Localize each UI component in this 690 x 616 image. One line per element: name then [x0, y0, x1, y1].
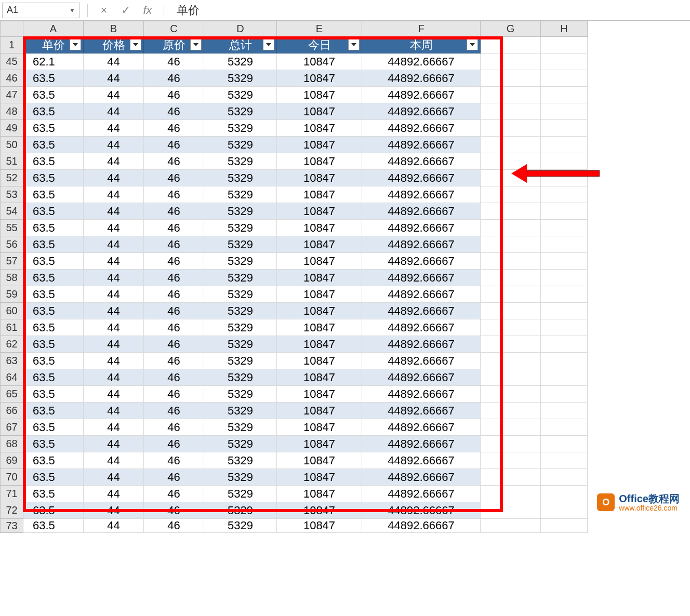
cell[interactable]: 44892.66667 [362, 369, 481, 386]
cell[interactable] [541, 270, 588, 286]
cell[interactable] [541, 87, 588, 103]
cell[interactable]: 63.5 [23, 203, 84, 220]
cell[interactable]: 46 [144, 502, 204, 519]
cell[interactable]: 10847 [277, 303, 362, 319]
cell[interactable]: 10847 [277, 103, 362, 120]
cell[interactable]: 44 [84, 137, 144, 153]
table-header-B[interactable]: 价格 [84, 37, 144, 53]
cell[interactable]: 44 [84, 203, 144, 220]
cell[interactable]: 63.5 [23, 486, 84, 502]
cell[interactable]: 44892.66667 [362, 353, 481, 369]
cell[interactable] [481, 469, 541, 486]
row-header[interactable]: 63 [1, 353, 23, 369]
cell[interactable]: 63.5 [23, 220, 84, 236]
cell[interactable]: 44 [84, 336, 144, 353]
cell[interactable]: 44892.66667 [362, 469, 481, 486]
cell[interactable]: 44 [84, 170, 144, 186]
cell[interactable]: 46 [144, 336, 204, 353]
cell[interactable]: 44 [84, 486, 144, 502]
cell[interactable]: 44 [84, 53, 144, 70]
cell[interactable]: 63.5 [23, 70, 84, 87]
cell[interactable]: 5329 [204, 286, 277, 303]
cell[interactable]: 46 [144, 53, 204, 70]
row-header[interactable]: 50 [1, 137, 23, 153]
cell[interactable]: 5329 [204, 519, 277, 533]
cell[interactable]: 44 [84, 303, 144, 319]
cell[interactable]: 5329 [204, 170, 277, 186]
cell[interactable] [541, 452, 588, 469]
cell[interactable]: 10847 [277, 519, 362, 533]
cell[interactable]: 10847 [277, 270, 362, 286]
cell[interactable]: 46 [144, 486, 204, 502]
cell[interactable]: 46 [144, 137, 204, 153]
cell[interactable]: 44892.66667 [362, 519, 481, 533]
cell[interactable]: 5329 [204, 53, 277, 70]
column-header-C[interactable]: C [144, 21, 204, 37]
cell[interactable]: 44 [84, 87, 144, 103]
row-header[interactable]: 65 [1, 386, 23, 403]
column-header-F[interactable]: F [362, 21, 481, 37]
cell[interactable]: 5329 [204, 486, 277, 502]
cell[interactable]: 10847 [277, 236, 362, 253]
cell[interactable] [481, 353, 541, 369]
cell[interactable]: 44 [84, 319, 144, 336]
cell[interactable]: 63.5 [23, 369, 84, 386]
cell[interactable] [481, 203, 541, 220]
cell[interactable]: 44 [84, 236, 144, 253]
cell[interactable] [541, 502, 588, 519]
column-header-E[interactable]: E [277, 21, 362, 37]
cell[interactable] [541, 203, 588, 220]
cell[interactable] [541, 386, 588, 403]
row-header[interactable]: 51 [1, 153, 23, 170]
cell[interactable]: 44 [84, 253, 144, 270]
cell[interactable]: 10847 [277, 153, 362, 170]
row-header[interactable]: 46 [1, 70, 23, 87]
cell[interactable]: 44 [84, 353, 144, 369]
cell[interactable]: 44 [84, 186, 144, 203]
cell[interactable] [481, 253, 541, 270]
cell[interactable]: 44892.66667 [362, 386, 481, 403]
cell[interactable] [481, 336, 541, 353]
cell[interactable] [481, 303, 541, 319]
cell[interactable] [541, 436, 588, 452]
cell[interactable] [481, 369, 541, 386]
cell[interactable]: 44 [84, 519, 144, 533]
cell[interactable]: 10847 [277, 403, 362, 419]
cell[interactable]: 63.5 [23, 186, 84, 203]
cell[interactable] [481, 286, 541, 303]
cell[interactable]: 44892.66667 [362, 186, 481, 203]
cell[interactable]: 63.5 [23, 336, 84, 353]
cell[interactable] [541, 419, 588, 436]
cell[interactable]: 44892.66667 [362, 502, 481, 519]
table-header-E[interactable]: 今日 [277, 37, 362, 53]
row-header[interactable]: 69 [1, 452, 23, 469]
cell[interactable]: 44 [84, 270, 144, 286]
cell[interactable]: 63.5 [23, 153, 84, 170]
filter-dropdown-icon[interactable] [130, 39, 141, 50]
filter-dropdown-icon[interactable] [348, 39, 360, 50]
row-header[interactable]: 56 [1, 236, 23, 253]
cell[interactable] [541, 103, 588, 120]
cell[interactable] [541, 120, 588, 137]
cell[interactable]: 46 [144, 286, 204, 303]
cell[interactable] [481, 70, 541, 87]
cell[interactable] [541, 336, 588, 353]
cell[interactable] [541, 469, 588, 486]
cell[interactable]: 5329 [204, 403, 277, 419]
cell[interactable] [541, 303, 588, 319]
row-header[interactable]: 57 [1, 253, 23, 270]
cell[interactable]: 5329 [204, 87, 277, 103]
cell[interactable]: 10847 [277, 386, 362, 403]
cell[interactable]: 63.5 [23, 353, 84, 369]
filter-dropdown-icon[interactable] [190, 39, 202, 50]
cell[interactable]: 46 [144, 519, 204, 533]
cell[interactable] [541, 403, 588, 419]
row-header[interactable]: 73 [1, 519, 23, 533]
cell[interactable]: 44892.66667 [362, 103, 481, 120]
cell[interactable]: 5329 [204, 70, 277, 87]
cell[interactable]: 44892.66667 [362, 253, 481, 270]
cell[interactable] [481, 120, 541, 137]
cell[interactable]: 5329 [204, 153, 277, 170]
row-header[interactable]: 48 [1, 103, 23, 120]
cell[interactable]: 46 [144, 353, 204, 369]
